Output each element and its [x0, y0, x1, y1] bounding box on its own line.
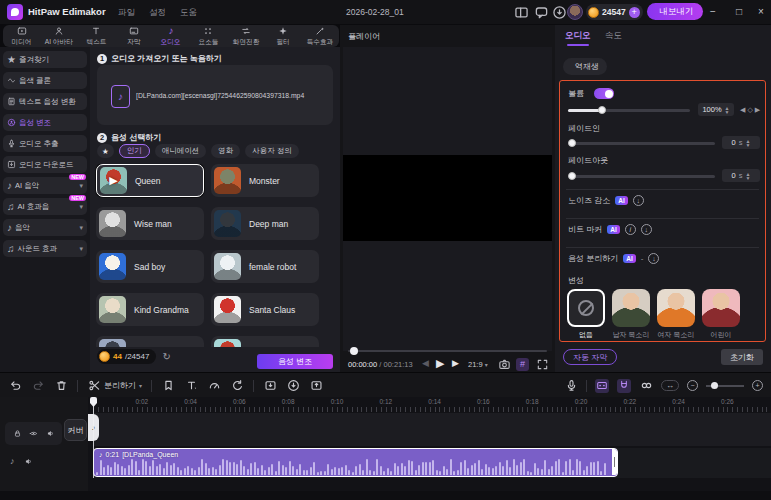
freeze-frame-icon[interactable]	[263, 379, 277, 393]
magnet-snap-icon[interactable]	[617, 379, 631, 393]
maximize-button[interactable]: □	[731, 4, 747, 20]
fade-in-slider[interactable]	[568, 138, 715, 147]
volume-toggle[interactable]	[594, 88, 614, 99]
add-coins-button[interactable]: +	[629, 7, 640, 18]
voice-change-option-2[interactable]: 여자 목소리	[657, 289, 695, 340]
cover-button[interactable]: 커버	[64, 419, 87, 441]
video-track-lane[interactable]	[93, 413, 771, 446]
speaker-icon[interactable]	[46, 429, 55, 438]
refresh-credits-icon[interactable]: ↻	[162, 351, 170, 362]
info-icon[interactable]: i	[625, 224, 636, 235]
reverse-playback-button[interactable]: 역재생	[563, 58, 607, 75]
tab-ai-avatar[interactable]: AI 아바타	[40, 25, 77, 47]
tab-audio[interactable]: ♪오디오	[152, 25, 189, 47]
fullscreen-icon[interactable]	[536, 358, 549, 371]
volume-keyframe-controls[interactable]: ◀◇▶	[740, 106, 762, 114]
voice-change-option-0[interactable]: 없음	[567, 289, 605, 340]
record-voiceover-icon[interactable]	[564, 379, 578, 393]
download-frame-icon[interactable]	[286, 379, 300, 393]
redo-icon[interactable]	[31, 379, 45, 393]
snapshot-icon[interactable]	[498, 358, 511, 371]
lock-icon[interactable]	[13, 429, 22, 438]
prev-frame-button[interactable]: ◀	[422, 358, 429, 368]
apply-voice-morph-button[interactable]: 음성 변조	[257, 354, 333, 369]
auto-caption-button[interactable]: 자동 자막	[563, 349, 617, 365]
reverse-clip-icon[interactable]	[230, 379, 244, 393]
fade-out-value[interactable]: 0s▲▼	[722, 169, 760, 182]
download-model-icon[interactable]: ↓	[648, 253, 659, 264]
coin-balance[interactable]: 24547 +	[586, 4, 643, 20]
marker-icon[interactable]	[161, 379, 175, 393]
close-button[interactable]: ×	[753, 4, 769, 20]
fade-in-value[interactable]: 0s▲▼	[722, 136, 760, 149]
tab-subtitle[interactable]: 자막	[115, 25, 152, 47]
feedback-icon[interactable]	[534, 5, 549, 20]
delete-icon[interactable]	[54, 379, 68, 393]
fade-out-slider[interactable]	[568, 171, 715, 180]
menu-item-2[interactable]: 도움	[180, 7, 197, 19]
download-model-icon[interactable]: ↓	[633, 195, 644, 206]
sidebar-item-voice-morph[interactable]: 음성 변조	[3, 114, 87, 131]
note-icon[interactable]: ♪	[10, 456, 15, 466]
grid-overlay-icon[interactable]: #	[516, 358, 529, 371]
sidebar-item-sound-fx[interactable]: ♫사운드 효과▾	[3, 240, 87, 257]
category-tab-0[interactable]: 인기	[119, 144, 150, 158]
voice-card-wise-man[interactable]: Wise man	[96, 207, 204, 240]
voice-card-monster[interactable]: Monster	[211, 164, 319, 197]
reset-button[interactable]: 초기화	[721, 349, 763, 365]
export-frame-icon[interactable]	[309, 379, 323, 393]
layout-icon[interactable]	[514, 5, 529, 20]
sidebar-item-tts[interactable]: 텍스트 음성 변환	[3, 93, 87, 110]
download-center-icon[interactable]	[552, 5, 567, 20]
category-tab-1[interactable]: 애니메이션	[155, 144, 207, 158]
menu-item-1[interactable]: 설정	[149, 7, 166, 19]
download-model-icon[interactable]: ↓	[641, 224, 652, 235]
timeline-scrollbar[interactable]	[0, 491, 771, 500]
voice-card-santa-claus[interactable]: Santa Claus	[211, 293, 319, 326]
tab-audio[interactable]: 오디오	[565, 30, 591, 42]
favorite-category-button[interactable]: ★	[97, 144, 114, 158]
voice-card-queen[interactable]: ▶Queen	[96, 164, 204, 197]
zoom-out-icon[interactable]: −	[687, 380, 698, 391]
text-tool-icon[interactable]	[184, 379, 198, 393]
play-button[interactable]: ▶	[436, 357, 444, 370]
voice-change-option-3[interactable]: 어린이	[702, 289, 740, 340]
category-tab-3[interactable]: 사용자 정의	[245, 144, 299, 158]
split-button[interactable]: 분리하기 ▾	[87, 379, 142, 393]
category-tab-2[interactable]: 영화	[211, 144, 240, 158]
tab-speed[interactable]: 속도	[605, 30, 622, 42]
sidebar-item-favorites[interactable]: ★즐겨찾기	[3, 51, 87, 68]
video-preview[interactable]	[343, 47, 552, 351]
speed-icon[interactable]	[207, 379, 221, 393]
time-ruler[interactable]: 0:020:040:060:080:100:120:140:160:180:20…	[93, 397, 771, 412]
undo-icon[interactable]	[8, 379, 22, 393]
volume-value[interactable]: 100%▲▼	[698, 103, 734, 116]
tab-media[interactable]: 미디어	[3, 25, 40, 47]
tab-effects[interactable]: 특수효과	[302, 25, 339, 47]
sidebar-item-music[interactable]: ♪음악▾	[3, 219, 87, 236]
voice-change-option-1[interactable]: 남자 목소리	[612, 289, 650, 340]
tab-text[interactable]: 텍스트	[78, 25, 115, 47]
menu-item-0[interactable]: 파일	[118, 7, 135, 19]
audio-clip[interactable]: ♪ 0:21 [DLPanda_Queen	[93, 448, 618, 477]
aspect-ratio-select[interactable]: 21:9 ▾	[468, 360, 488, 369]
timeline-zoom-slider[interactable]	[706, 381, 744, 391]
link-clips-icon[interactable]	[639, 379, 653, 393]
progress-handle[interactable]	[350, 347, 358, 355]
tab-transition[interactable]: 화면전환	[227, 25, 264, 47]
volume-slider[interactable]	[568, 105, 690, 114]
sidebar-item-ai-sfx[interactable]: ♫AI 효과음NEW▾	[3, 198, 87, 215]
speaker-icon[interactable]	[24, 456, 33, 466]
zoom-in-icon[interactable]: +	[752, 380, 763, 391]
voice-card-deep-man[interactable]: Deep man	[211, 207, 319, 240]
user-avatar[interactable]	[567, 4, 583, 20]
tab-elements[interactable]: 요소들	[190, 25, 227, 47]
clip-trim-handle[interactable]	[612, 449, 617, 475]
sidebar-item-voice-clone[interactable]: 음색 클론	[3, 72, 87, 89]
eye-icon[interactable]	[29, 429, 38, 438]
export-button[interactable]: 내보내기	[647, 3, 703, 20]
voice-card-sad-boy[interactable]: Sad boy	[96, 250, 204, 283]
voice-card-kind-grandma[interactable]: Kind Grandma	[96, 293, 204, 326]
track-view-icon[interactable]	[595, 379, 609, 393]
sidebar-item-audio-extract[interactable]: 오디오 추출	[3, 135, 87, 152]
